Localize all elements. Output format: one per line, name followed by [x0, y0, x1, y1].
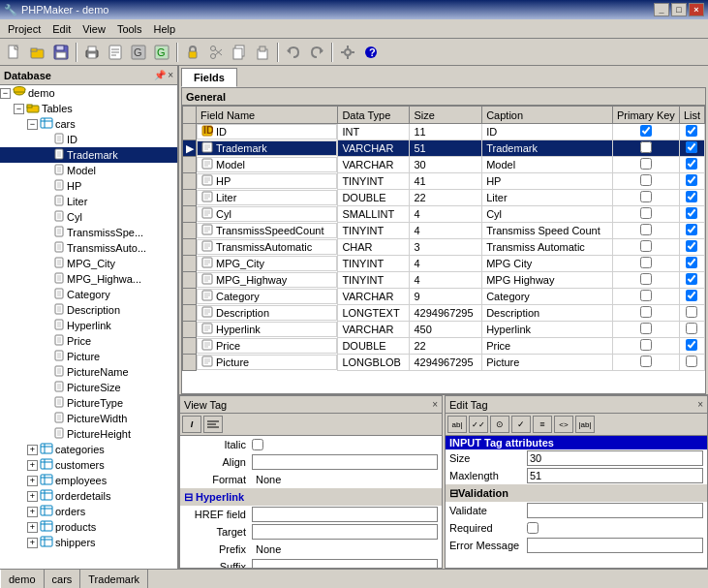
- target-input[interactable]: [252, 524, 438, 540]
- edit-tag-close-icon[interactable]: ×: [697, 399, 703, 410]
- tree-item-hp[interactable]: HP: [0, 178, 177, 194]
- col-size[interactable]: Size: [410, 107, 482, 124]
- col-primarykey[interactable]: Primary Key: [612, 107, 679, 124]
- col-datatype[interactable]: Data Type: [338, 107, 410, 124]
- list-checkbox[interactable]: [686, 257, 697, 268]
- tree-item-model[interactable]: Model: [0, 163, 177, 178]
- primarykey-checkbox[interactable]: [640, 339, 652, 351]
- tab-fields[interactable]: Fields: [181, 68, 237, 87]
- toolbar-paste[interactable]: [252, 42, 273, 63]
- field-primarykey-cell[interactable]: [612, 322, 679, 338]
- list-checkbox[interactable]: [686, 306, 697, 318]
- field-list-cell[interactable]: [679, 272, 704, 289]
- field-list-cell[interactable]: [679, 223, 704, 239]
- hyperlink-section[interactable]: ⊟ Hyperlink: [180, 488, 442, 506]
- tree-item-picturename[interactable]: PictureName: [0, 364, 177, 380]
- tree-item-orders[interactable]: +orders: [0, 504, 177, 519]
- field-list-cell[interactable]: [679, 190, 704, 206]
- primarykey-checkbox[interactable]: [640, 191, 652, 202]
- field-list-cell[interactable]: [679, 355, 704, 371]
- col-fieldname[interactable]: Field Name: [197, 107, 338, 124]
- tree-item-pictureheight[interactable]: PictureHeight: [0, 426, 177, 442]
- edit-tag-btn-check2[interactable]: ✓✓: [469, 416, 488, 433]
- field-primarykey-cell[interactable]: [612, 157, 679, 173]
- toolbar-new[interactable]: [4, 42, 25, 63]
- validation-section[interactable]: ⊟ Validation: [446, 484, 707, 502]
- primarykey-checkbox[interactable]: [640, 240, 652, 252]
- field-primarykey-cell[interactable]: [612, 173, 679, 190]
- suffix-input[interactable]: [252, 559, 438, 568]
- list-checkbox[interactable]: [686, 191, 697, 202]
- table-row[interactable]: MPG_HighwayTINYINT4MPG Highway: [183, 272, 705, 289]
- field-primarykey-cell[interactable]: [612, 239, 679, 256]
- edit-tag-btn-ab2[interactable]: |ab|: [575, 416, 595, 433]
- field-list-cell[interactable]: [679, 305, 704, 322]
- panel-pin-icon[interactable]: 📌: [154, 70, 166, 80]
- error-message-input[interactable]: [527, 538, 703, 553]
- window-controls[interactable]: _ □ ×: [654, 3, 704, 16]
- primarykey-checkbox[interactable]: [640, 356, 652, 367]
- maxlength-input[interactable]: [527, 468, 703, 483]
- toolbar-btn3[interactable]: G: [128, 42, 149, 63]
- table-row[interactable]: MPG_CityTINYINT4MPG City: [183, 256, 705, 272]
- align-input[interactable]: [252, 454, 438, 470]
- field-primarykey-cell[interactable]: [612, 355, 679, 371]
- minimize-button[interactable]: _: [654, 3, 669, 16]
- menu-edit[interactable]: Edit: [46, 21, 77, 37]
- toolbar-settings[interactable]: [337, 42, 358, 63]
- col-caption[interactable]: Caption: [482, 107, 613, 124]
- toolbar-lock[interactable]: [182, 42, 203, 63]
- list-checkbox[interactable]: [686, 240, 697, 252]
- field-list-cell[interactable]: [679, 239, 704, 256]
- toolbar-preview[interactable]: [105, 42, 126, 63]
- list-checkbox[interactable]: [686, 224, 697, 235]
- field-list-cell[interactable]: [679, 173, 704, 190]
- field-list-cell[interactable]: [679, 338, 704, 355]
- validate-input[interactable]: [527, 503, 703, 518]
- tree-item-orderdetails[interactable]: +orderdetails: [0, 488, 177, 504]
- tree-item-products[interactable]: +products: [0, 519, 177, 535]
- tree-item-root[interactable]: −demo: [0, 85, 177, 101]
- tree-item-picture[interactable]: Picture: [0, 349, 177, 364]
- edit-tag-btn-code[interactable]: <>: [554, 416, 573, 433]
- table-row[interactable]: LiterDOUBLE22Liter: [183, 190, 705, 206]
- toolbar-print[interactable]: [81, 42, 103, 63]
- table-row[interactable]: HPTINYINT41HP: [183, 173, 705, 190]
- tree-item-description[interactable]: Description: [0, 302, 177, 318]
- database-tree[interactable]: −demo−Tables−carsIDTrademarkModelHPLiter…: [0, 85, 177, 569]
- table-row[interactable]: PictureLONGBLOB4294967295Picture: [183, 355, 705, 371]
- tree-item-transmisspe[interactable]: TransmissSpe...: [0, 225, 177, 240]
- list-checkbox[interactable]: [686, 158, 697, 170]
- tree-item-price[interactable]: Price: [0, 333, 177, 349]
- list-checkbox[interactable]: [686, 339, 697, 351]
- field-primarykey-cell[interactable]: [612, 338, 679, 355]
- edit-tag-btn-check[interactable]: ✓: [511, 416, 531, 433]
- tree-item-employees[interactable]: +employees: [0, 473, 177, 488]
- tree-item-cars[interactable]: −cars: [0, 116, 177, 132]
- primarykey-checkbox[interactable]: [640, 306, 652, 318]
- edit-tag-btn-ab[interactable]: ab|: [447, 416, 467, 433]
- tree-item-picturetype[interactable]: PictureType: [0, 395, 177, 411]
- tree-item-picturewidth[interactable]: PictureWidth: [0, 411, 177, 426]
- fields-table-container[interactable]: Field Name Data Type Size Caption Primar…: [182, 106, 705, 393]
- tree-item-hyperlink[interactable]: Hyperlink: [0, 318, 177, 333]
- close-button[interactable]: ×: [689, 3, 704, 16]
- tree-item-id[interactable]: ID: [0, 132, 177, 147]
- field-list-cell[interactable]: [679, 289, 704, 305]
- table-row[interactable]: PriceDOUBLE22Price: [183, 338, 705, 355]
- table-row[interactable]: TransmissAutomaticCHAR3Transmiss Automat…: [183, 239, 705, 256]
- list-checkbox[interactable]: [686, 207, 697, 219]
- menu-tools[interactable]: Tools: [111, 21, 148, 37]
- table-row[interactable]: HyperlinkVARCHAR450Hyperlink: [183, 322, 705, 338]
- primarykey-checkbox[interactable]: [640, 257, 652, 268]
- primarykey-checkbox[interactable]: [640, 323, 652, 334]
- field-primarykey-cell[interactable]: [612, 305, 679, 322]
- toolbar-scissors[interactable]: [205, 42, 227, 63]
- italic-checkbox[interactable]: [252, 439, 263, 450]
- primarykey-checkbox[interactable]: [640, 224, 652, 235]
- toolbar-save[interactable]: [50, 42, 72, 63]
- toolbar-open[interactable]: [27, 42, 48, 63]
- tree-item-categories[interactable]: +categories: [0, 442, 177, 457]
- field-primarykey-cell[interactable]: [612, 206, 679, 223]
- list-checkbox[interactable]: [686, 273, 697, 285]
